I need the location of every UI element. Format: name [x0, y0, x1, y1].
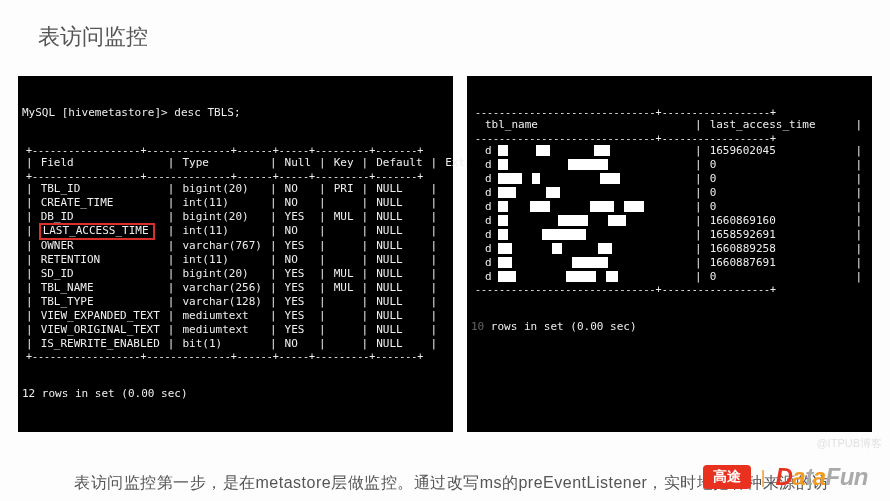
cell-last-access: 0	[706, 172, 852, 186]
cell-default: NULL	[372, 337, 426, 351]
table-row: d |1660887691|	[471, 256, 866, 270]
cell-type: bigint(20)	[178, 267, 265, 281]
datafun-a2: a	[813, 463, 826, 490]
cell-key	[330, 323, 358, 337]
cell-field: SD_ID	[37, 267, 164, 281]
cell-type: varchar(128)	[178, 295, 265, 309]
table-header-row: |Field |Type |Null |Key |Default |Extra|	[22, 157, 497, 171]
cell-default: NULL	[372, 196, 426, 210]
terminal-panes: MySQL [hivemetastore]> desc TBLS; +-----…	[0, 52, 890, 432]
datafun-t: t	[805, 463, 813, 490]
table-row: ------------------------------+---------…	[471, 133, 866, 145]
cell-field: RETENTION	[37, 253, 164, 267]
table-row: |TBL_TYPE|varchar(128)|YES||NULL||	[22, 295, 497, 309]
sql-prompt: MySQL [hivemetastore]> desc TBLS;	[22, 107, 447, 120]
cell-last-access: 1659602045	[706, 144, 852, 158]
cell-last-access: 0	[706, 186, 852, 200]
cell-field: VIEW_EXPANDED_TEXT	[37, 309, 164, 323]
col-key: Key	[330, 157, 358, 171]
cell-type: int(11)	[178, 196, 265, 210]
highlighted-field: LAST_ACCESS_TIME	[39, 223, 155, 240]
cell-type: bit(1)	[178, 337, 265, 351]
rows-footer: 12 rows in set (0.00 sec)	[22, 388, 447, 401]
cell-null: NO	[281, 224, 316, 239]
table-row: |VIEW_EXPANDED_TEXT|mediumtext|YES||NULL…	[22, 309, 497, 323]
cell-key	[330, 309, 358, 323]
cell-tbl-name-redacted: d	[481, 186, 691, 200]
terminal-left: MySQL [hivemetastore]> desc TBLS; +-----…	[18, 76, 453, 432]
cell-key	[330, 295, 358, 309]
table-row: d |1660869160|	[471, 214, 866, 228]
cell-default: NULL	[372, 224, 426, 239]
cell-tbl-name-redacted: d	[481, 228, 691, 242]
datafun-a: a	[792, 463, 805, 490]
cell-tbl-name-redacted: d	[481, 200, 691, 214]
cell-key	[330, 239, 358, 253]
cell-last-access: 1660889258	[706, 242, 852, 256]
cell-null: YES	[281, 210, 316, 224]
cell-key	[330, 224, 358, 239]
cell-tbl-name-redacted: d	[481, 144, 691, 158]
cell-default: NULL	[372, 239, 426, 253]
cell-field: VIEW_ORIGINAL_TEXT	[37, 323, 164, 337]
cell-type: mediumtext	[178, 309, 265, 323]
logo-separator: |	[761, 467, 766, 488]
table-row: d |0|	[471, 200, 866, 214]
table-row: |SD_ID|bigint(20)|YES|MUL|NULL||	[22, 267, 497, 281]
table-row: +------------------+--------------+-----…	[22, 145, 497, 157]
col-default: Default	[372, 157, 426, 171]
table-row: d |0|	[471, 186, 866, 200]
cell-last-access: 0	[706, 270, 852, 284]
table-row: +------------------+--------------+-----…	[22, 171, 497, 183]
cell-field: CREATE_TIME	[37, 196, 164, 210]
cell-last-access: 1660869160	[706, 214, 852, 228]
cell-null: YES	[281, 267, 316, 281]
table-row: +------------------+--------------+-----…	[22, 351, 497, 363]
datafun-fun: Fun	[826, 463, 868, 490]
cell-tbl-name-redacted: d	[481, 256, 691, 270]
col-type: Type	[178, 157, 265, 171]
watermark: @ITPUB博客	[816, 436, 882, 451]
cell-last-access: 0	[706, 158, 852, 172]
terminal-right: ------------------------------+---------…	[467, 76, 872, 432]
cell-default: NULL	[372, 267, 426, 281]
schema-table: +------------------+--------------+-----…	[22, 145, 497, 362]
col-tbl-name: tbl_name	[481, 119, 691, 133]
cell-key: MUL	[330, 267, 358, 281]
rows-footer-cut: 10 rows in set (0.00 sec)	[471, 321, 866, 334]
cell-type: mediumtext	[178, 323, 265, 337]
cell-null: NO	[281, 182, 316, 196]
cell-last-access: 1658592691	[706, 228, 852, 242]
cell-default: NULL	[372, 210, 426, 224]
table-row: d |1660889258|	[471, 242, 866, 256]
cell-type: bigint(20)	[178, 210, 265, 224]
table-row: d |0|	[471, 172, 866, 186]
cell-type: varchar(256)	[178, 281, 265, 295]
cell-tbl-name-redacted: d	[481, 172, 691, 186]
cell-type: bigint(20)	[178, 182, 265, 196]
cell-type: int(11)	[178, 253, 265, 267]
access-table: ------------------------------+---------…	[471, 107, 866, 296]
cell-field: IS_REWRITE_ENABLED	[37, 337, 164, 351]
cell-tbl-name-redacted: d	[481, 270, 691, 284]
table-row: |LAST_ACCESS_TIME|int(11)|NO||NULL||	[22, 224, 497, 239]
table-row: |IS_REWRITE_ENABLED|bit(1)|NO||NULL||	[22, 337, 497, 351]
cell-default: NULL	[372, 295, 426, 309]
cell-null: YES	[281, 295, 316, 309]
footer-logos: 高途 | DataFun	[703, 463, 868, 491]
table-row: |TBL_NAME|varchar(256)|YES|MUL|NULL||	[22, 281, 497, 295]
col-null: Null	[281, 157, 316, 171]
cell-default: NULL	[372, 281, 426, 295]
cell-null: YES	[281, 239, 316, 253]
cell-last-access: 1660887691	[706, 256, 852, 270]
cell-default: NULL	[372, 323, 426, 337]
col-field: Field	[37, 157, 164, 171]
gaotu-logo: 高途	[703, 465, 751, 489]
cell-null: NO	[281, 253, 316, 267]
cell-field: TBL_NAME	[37, 281, 164, 295]
slide-title: 表访问监控	[0, 0, 890, 52]
cell-key: MUL	[330, 281, 358, 295]
cell-key	[330, 253, 358, 267]
col-last-access: last_access_time	[706, 119, 852, 133]
cell-key: PRI	[330, 182, 358, 196]
